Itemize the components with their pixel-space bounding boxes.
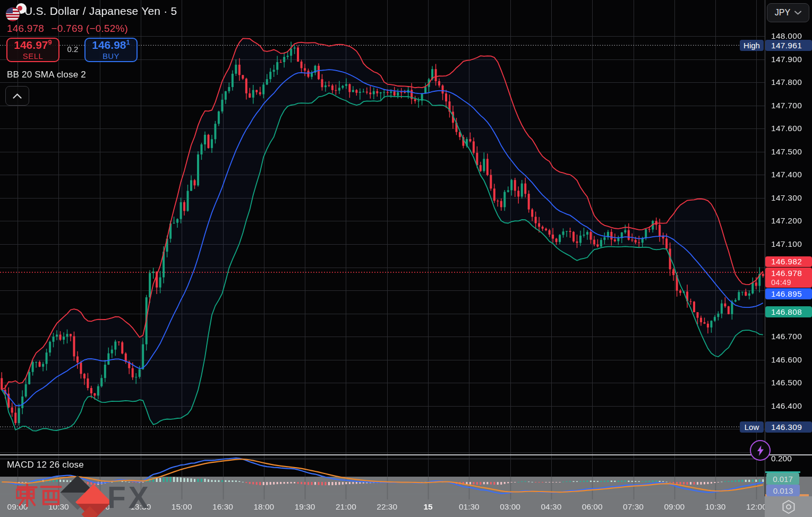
price-axis-label: 147.900 — [771, 55, 802, 64]
buy-label: BUY — [102, 52, 119, 61]
time-axis-label: 15:00 — [172, 502, 192, 512]
price-axis-label: 146.500 — [771, 378, 802, 387]
time-axis-label: 09:00 — [7, 502, 28, 512]
sell-label: SELL — [23, 52, 43, 61]
sell-button[interactable]: 146.979 SELL — [6, 38, 59, 62]
chart-canvas[interactable] — [0, 0, 812, 517]
price-axis-label: 147.400 — [771, 170, 802, 179]
spread-value: 0.2 — [64, 45, 82, 54]
low-pill: Low — [740, 421, 764, 433]
symbol-flag-icon — [5, 3, 24, 21]
price-axis-label: 146.700 — [771, 332, 802, 341]
macd-indicator-label[interactable]: MACD 12 26 close — [7, 460, 84, 470]
low-value-tag: 146.309 — [765, 421, 812, 433]
time-axis-label: 04:30 — [541, 502, 561, 512]
collapse-button[interactable] — [5, 86, 29, 106]
lightning-button[interactable] — [750, 440, 771, 461]
buy-button[interactable]: 146.981 BUY — [84, 38, 138, 62]
bb-upper-price-tag: 146.982 — [765, 256, 812, 267]
time-axis[interactable]: 09:0010:3012:0013:3015:0016:3018:0019:30… — [0, 496, 765, 517]
price-axis-label: 147.600 — [771, 124, 802, 133]
bb-mid-price-tag: 146.895 — [765, 288, 812, 299]
price-change: −0.769 (−0.52%) — [52, 23, 129, 34]
buy-price: 146.98 — [92, 39, 126, 51]
chevron-up-icon — [13, 93, 22, 99]
bb-lower-price-tag: 146.808 — [765, 306, 812, 317]
time-axis-label: 22:30 — [377, 502, 397, 512]
trading-app: { "header": { "title": "U.S. Dollar / Ja… — [0, 0, 812, 517]
time-axis-label: 10:30 — [705, 502, 726, 512]
current-price-tag: 146.978 04:49 — [765, 268, 812, 288]
price-axis-label: 147.800 — [771, 77, 802, 87]
time-axis-label: 16:30 — [212, 502, 233, 512]
time-axis-label: 10:30 — [48, 502, 69, 512]
last-price: 146.978 — [7, 23, 44, 34]
us-flag-icon — [5, 7, 20, 22]
time-axis-label: 13:30 — [130, 502, 151, 512]
time-axis-label: 06:00 — [582, 502, 603, 512]
time-axis-label: 01:30 — [459, 502, 480, 512]
bar-countdown: 04:49 — [771, 278, 791, 287]
price-axis-label: 147.200 — [771, 216, 802, 226]
time-axis-label: 12:00 — [746, 502, 765, 512]
high-value-tag: 147.961 — [765, 40, 812, 51]
price-axis-label: 147.100 — [771, 239, 802, 249]
time-axis-label: 18:00 — [253, 502, 274, 512]
time-axis-label: 21:00 — [336, 502, 356, 512]
axis-settings-cell[interactable] — [765, 496, 812, 517]
time-axis-label: 15 — [423, 502, 432, 512]
gear-icon — [781, 499, 797, 514]
macd-value-tag: 0.017 — [766, 473, 799, 485]
sell-price-sup: 9 — [48, 38, 52, 46]
time-axis-label: 07:30 — [623, 502, 644, 512]
price-axis-label: 147.700 — [771, 101, 802, 110]
time-axis-label: 09:00 — [664, 502, 685, 512]
price-axis-label: 146.400 — [771, 401, 802, 411]
time-axis-label: 19:30 — [295, 502, 315, 512]
bb-indicator-label[interactable]: BB 20 SMA close 2 — [7, 70, 86, 80]
macd-axis-label: 0.200 — [771, 454, 792, 463]
lightning-icon — [757, 445, 764, 456]
macd-signal-tag: 0.013 — [766, 485, 800, 496]
high-pill: High — [740, 40, 764, 51]
current-price-value: 146.978 — [771, 269, 802, 278]
last-price-row: 146.978 −0.769 (−0.52%) — [7, 23, 128, 35]
buy-price-sup: 1 — [126, 38, 130, 46]
time-axis-label: 12:00 — [89, 502, 110, 512]
symbol-title[interactable]: U.S. Dollar / Japanese Yen · 5 — [24, 5, 177, 18]
price-axis-label: 147.500 — [771, 147, 802, 157]
time-axis-label: 03:00 — [500, 502, 520, 512]
sell-price: 146.97 — [14, 39, 48, 51]
price-axis-label: 146.600 — [771, 355, 802, 365]
price-axis-label: 147.300 — [771, 193, 802, 203]
